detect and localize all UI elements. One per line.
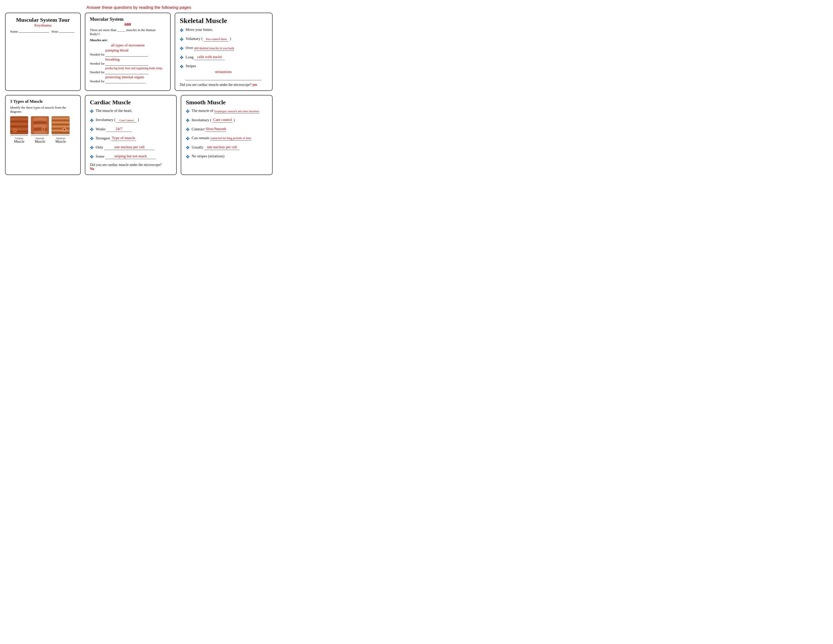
needed-for-3: Needed for producing body heat and regul…	[90, 66, 166, 74]
types-identify: Identify the three types of muscle from …	[10, 106, 76, 114]
skeletal-item-4: ✤ Long cells with nuclei	[180, 54, 268, 61]
all-types-answer: all types of movement	[90, 43, 166, 47]
cardiac-word: Muscle	[14, 140, 24, 144]
svg-point-8	[14, 129, 16, 131]
cardiac-item-2: ✤ Involuntary ( Cant Control )	[90, 117, 172, 124]
muscular-system-box: Muscular System 600 There are more than …	[85, 13, 170, 91]
skeletal-item-2: ✤ Voluntary ( You control them )	[180, 36, 268, 43]
cardiac-item-5: ✤ Only one nucleus per cell	[90, 144, 172, 151]
title-heading: Muscular System Tour	[10, 17, 76, 23]
skeletal-muscle-box: Skeletal Muscle ✤ Move your bones. ✤ Vol…	[175, 13, 273, 91]
bullet-icon-1: ✤	[180, 27, 183, 34]
skeletal-heading: Skeletal Muscle	[180, 17, 268, 25]
skeletal-item-3: ✤ Over 400 skeletal muscles in you body	[180, 45, 268, 52]
needed-for-1: Needed for pumping blood	[90, 48, 166, 56]
skeletal-word: Muscle	[55, 140, 66, 144]
smooth-bullet-4: ✤	[186, 135, 190, 142]
smooth-item-2: ✤ Involuntary ( Cant control )	[186, 117, 268, 124]
title-box: Muscular System Tour Keyshunna Name Hour	[5, 13, 81, 91]
smooth-item-1: ✤ The muscle of Esophagus/ stomach and o…	[186, 108, 268, 115]
muscle-img-cardiac: Cardiac Muscle	[10, 116, 28, 144]
smooth-item-4: ✤ Can remain contacted for long periods …	[186, 135, 268, 142]
bullet-icon-5: ✤	[180, 63, 183, 70]
smooth-bullet-5: ✤	[186, 145, 190, 151]
cardiac-item-4: ✤ Strongest Type of muscle	[90, 135, 172, 142]
smooth-img-label: Smooth	[35, 137, 44, 140]
subtitle: Keyshunna	[10, 23, 76, 27]
smooth-bullet-2: ✤	[186, 117, 190, 124]
types-of-muscle-box: 3 Types of Muscle Identify the three typ…	[5, 95, 81, 175]
types-heading: 3 Types of Muscle	[10, 99, 76, 104]
bullet-icon-3: ✤	[180, 45, 183, 52]
cardiac-did-you-see: Did you see cardiac muscle under the mic…	[90, 163, 172, 171]
cardiac-img-label: Cardiac	[15, 137, 24, 140]
cardiac-item-1: ✤ The muscle of the heart.	[90, 108, 172, 115]
smooth-bullet-3: ✤	[186, 126, 190, 133]
cardiac-bullet-3: ✤	[90, 126, 94, 133]
cardiac-image	[10, 116, 28, 134]
needed-for-4: Needed for protecting internal organs	[90, 75, 166, 83]
skeletal-did-you-see: Did you see cardiac muscle under the mic…	[180, 83, 268, 87]
svg-point-16	[42, 128, 44, 130]
cardiac-muscle-box: Cardiac Muscle ✤ The muscle of the heart…	[85, 95, 177, 175]
muscle-description: There are more than _____ muscles in the…	[90, 28, 166, 36]
smooth-item-6: ✤ No stripes (striations)	[186, 153, 268, 160]
skeletal-item-1: ✤ Move your bones.	[180, 27, 268, 34]
cardiac-bullet-1: ✤	[90, 108, 94, 115]
cardiac-bullet-6: ✤	[90, 153, 94, 160]
cardiac-bullet-5: ✤	[90, 145, 94, 151]
cardiac-item-6: ✤ Some striping but not much	[90, 153, 172, 160]
smooth-heading: Smooth Muscle	[186, 99, 268, 106]
smooth-bullet-6: ✤	[186, 153, 190, 160]
smooth-word: Muscle	[35, 140, 45, 144]
bullet-icon-4: ✤	[180, 54, 183, 61]
needed-for-2: Needed for breathing	[90, 57, 166, 66]
smooth-item-5: ✤ Usually one nucleus per cell	[186, 144, 268, 151]
skeletal-item-5: ✤ Stripes striatations	[180, 63, 268, 80]
muscle-count: 600	[90, 22, 166, 27]
muscles-are: Muscles are:	[90, 38, 166, 42]
cardiac-bullet-4: ✤	[90, 135, 94, 142]
muscle-images-row: Cardiac Muscle Sm	[10, 116, 76, 144]
smooth-image	[31, 116, 49, 134]
muscle-img-smooth: Smooth Muscle	[31, 116, 49, 144]
smooth-bullet-1: ✤	[186, 108, 190, 115]
svg-rect-17	[52, 116, 70, 134]
smooth-muscle-box: Smooth Muscle ✤ The muscle of Esophagus/…	[181, 95, 273, 175]
muscular-heading: Muscular System	[90, 17, 166, 22]
muscle-img-skeletal: Skeletal Muscle	[51, 116, 70, 144]
name-line: Name Hour	[10, 29, 76, 34]
cardiac-item-3: ✤ Works 24/7	[90, 126, 172, 133]
cardiac-bullet-2: ✤	[90, 117, 94, 124]
smooth-item-3: ✤ Contract Slow/Smooth	[186, 126, 268, 133]
skeletal-img-label: Skeletal	[56, 137, 65, 140]
bullet-icon-2: ✤	[180, 36, 183, 43]
cardiac-heading: Cardiac Muscle	[90, 99, 172, 106]
page-title: Answer these questions by reading the fo…	[5, 5, 273, 10]
skeletal-image	[51, 116, 70, 134]
svg-point-27	[63, 129, 65, 130]
